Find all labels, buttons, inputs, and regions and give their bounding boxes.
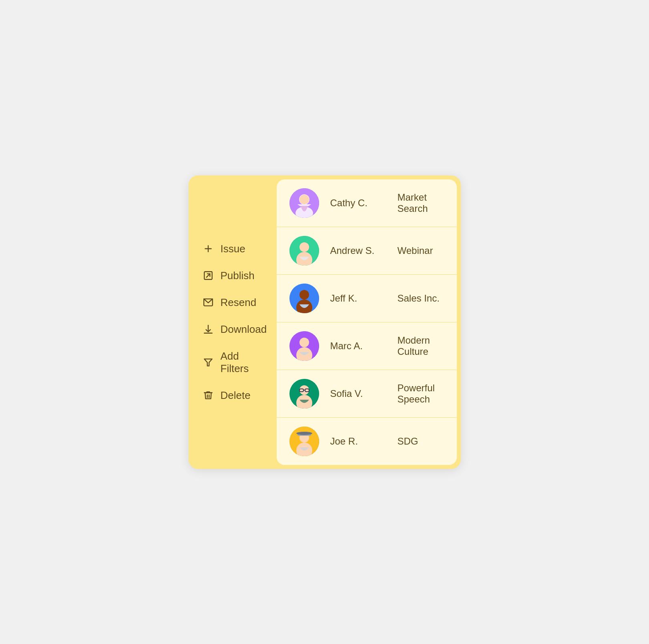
contact-name-joe: Joe R. (330, 436, 378, 447)
contact-info-cathy: Cathy C. Market Search (330, 192, 444, 214)
sidebar-item-publish-label: Publish (221, 270, 255, 282)
contact-company-jeff: Sales Inc. (398, 293, 440, 304)
filter-icon (203, 357, 213, 368)
publish-icon (203, 270, 213, 281)
svg-point-34 (296, 432, 312, 435)
avatar-sofia (289, 379, 319, 409)
sidebar-item-add-filters-label: Add Filters (221, 350, 265, 375)
contact-row-marc[interactable]: Marc A. Modern Culture (277, 322, 457, 370)
contact-company-cathy: Market Search (398, 192, 444, 214)
contact-info-marc: Marc A. Modern Culture (330, 335, 444, 357)
sidebar-item-download[interactable]: Download (203, 323, 265, 336)
avatar-joe (289, 427, 319, 456)
avatar-marc (289, 331, 319, 361)
sidebar-item-publish[interactable]: Publish (203, 270, 265, 282)
main-card: Issue Publish Resend (189, 175, 461, 469)
contact-info-andrew: Andrew S. Webinar (330, 245, 444, 256)
plus-icon (203, 244, 213, 254)
contact-row-andrew[interactable]: Andrew S. Webinar (277, 227, 457, 275)
contact-name-jeff: Jeff K. (330, 293, 378, 304)
sidebar-item-download-label: Download (221, 323, 267, 336)
sidebar-item-delete[interactable]: Delete (203, 389, 265, 402)
contacts-list: Cathy C. Market Search Andrew S. Webinar (277, 179, 457, 465)
contact-company-sofia: Powerful Speech (398, 382, 444, 405)
contact-row-joe[interactable]: Joe R. SDG (277, 418, 457, 465)
sidebar-item-add-filters[interactable]: Add Filters (203, 350, 265, 375)
sidebar-item-resend-label: Resend (221, 296, 257, 309)
contact-name-marc: Marc A. (330, 340, 378, 352)
contact-name-cathy: Cathy C. (330, 197, 378, 209)
contact-info-jeff: Jeff K. Sales Inc. (330, 293, 444, 304)
download-icon (203, 324, 213, 334)
svg-marker-6 (204, 359, 212, 366)
svg-point-16 (299, 242, 309, 252)
contact-info-joe: Joe R. SDG (330, 436, 444, 447)
contact-company-joe: SDG (398, 436, 418, 447)
svg-line-3 (206, 274, 210, 278)
svg-point-22 (299, 338, 309, 347)
contact-name-andrew: Andrew S. (330, 245, 378, 256)
svg-point-19 (299, 290, 309, 300)
contact-row-cathy[interactable]: Cathy C. Market Search (277, 179, 457, 227)
resend-icon (203, 297, 213, 308)
contact-info-sofia: Sofia V. Powerful Speech (330, 382, 444, 405)
sidebar-item-resend[interactable]: Resend (203, 296, 265, 309)
contact-row-sofia[interactable]: Sofia V. Powerful Speech (277, 370, 457, 418)
avatar-jeff (289, 284, 319, 313)
delete-icon (203, 390, 213, 400)
svg-point-14 (299, 195, 309, 204)
sidebar: Issue Publish Resend (189, 175, 277, 469)
contact-company-marc: Modern Culture (398, 335, 444, 357)
avatar-cathy (289, 188, 319, 218)
sidebar-item-issue-label: Issue (221, 243, 245, 255)
sidebar-item-delete-label: Delete (221, 389, 251, 402)
contact-company-andrew: Webinar (398, 245, 433, 256)
avatar-andrew (289, 236, 319, 266)
contact-row-jeff[interactable]: Jeff K. Sales Inc. (277, 275, 457, 322)
sidebar-item-issue[interactable]: Issue (203, 243, 265, 255)
contact-name-sofia: Sofia V. (330, 388, 378, 399)
